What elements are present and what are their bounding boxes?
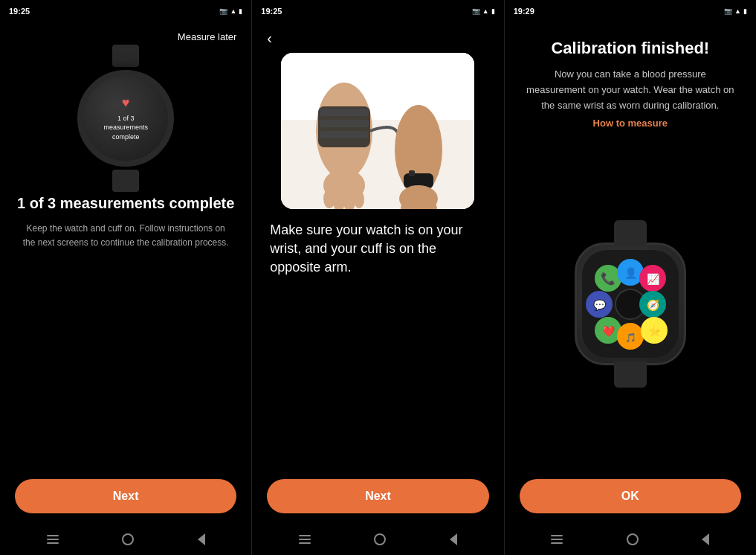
svg-text:👤: 👤 xyxy=(624,267,637,280)
wifi-icon-1: ▲ xyxy=(230,7,236,15)
svg-rect-6 xyxy=(320,131,369,138)
nav-lines-icon-3 xyxy=(551,535,563,544)
nav-home-icon-2[interactable] xyxy=(374,533,386,545)
screen3-ok-button[interactable]: OK xyxy=(520,479,741,513)
nav-line-3 xyxy=(47,542,59,544)
svg-text:📞: 📞 xyxy=(601,272,616,286)
screen3-title: Calibration finished! xyxy=(551,39,709,58)
status-icons-3: 📷 ▲ ▮ xyxy=(724,7,747,15)
smartwatch-body: 📞 👤 📈 💬 🧭 xyxy=(575,243,686,365)
screen3-body-text: Now you can take a blood pressure measur… xyxy=(520,67,741,113)
screen2-instruction-text: Make sure your watch is on your wrist, a… xyxy=(267,221,488,278)
status-time-1: 19:25 xyxy=(9,7,30,16)
screens-container: 19:25 📷 ▲ ▮ Measure later ♥ 1 of 3measur… xyxy=(0,0,756,555)
screen2-content: ‹ xyxy=(252,21,503,525)
svg-text:📈: 📈 xyxy=(646,273,659,286)
battery-icon-3: ▮ xyxy=(743,7,747,15)
svg-rect-5 xyxy=(320,120,369,127)
status-time-2: 19:25 xyxy=(261,7,282,16)
status-bar-3: 19:29 📷 ▲ ▮ xyxy=(505,0,756,21)
battery-icon-1: ▮ xyxy=(239,7,242,15)
screen1-next-button[interactable]: Next xyxy=(15,479,236,513)
svg-point-15 xyxy=(354,190,364,208)
status-icons-2: 📷 ▲ ▮ xyxy=(472,7,495,15)
nav-lines-icon-1 xyxy=(47,535,59,544)
wifi-icon-2: ▲ xyxy=(482,7,489,15)
nav-line-8 xyxy=(551,539,563,540)
screen1-btn-area: Next xyxy=(15,470,236,519)
watch-band-top xyxy=(112,45,139,67)
status-time-3: 19:29 xyxy=(514,7,534,16)
watch-progress-text: 1 of 3measurementscomplete xyxy=(103,114,148,142)
battery-icon-2: ▮ xyxy=(491,7,495,15)
screen3-btn-area: OK xyxy=(520,470,741,519)
notification-icon-1: 📷 xyxy=(219,7,227,15)
nav-back-icon-3[interactable] xyxy=(702,533,709,545)
nav-home-icon-1[interactable] xyxy=(122,533,134,545)
svg-rect-9 xyxy=(409,170,415,176)
screen1-subtitle: Keep the watch and cuff on. Follow instr… xyxy=(15,222,236,250)
bottom-nav-1 xyxy=(0,525,251,555)
smartwatch-band-top xyxy=(614,220,647,246)
watch-band-bottom xyxy=(112,170,139,192)
screen-1: 19:25 📷 ▲ ▮ Measure later ♥ 1 of 3measur… xyxy=(0,0,252,555)
notification-icon-2: 📷 xyxy=(472,7,480,15)
smartwatch-screen: 📞 👤 📈 💬 🧭 xyxy=(582,250,679,358)
svg-text:🧭: 🧭 xyxy=(646,299,659,312)
arm-instruction-image xyxy=(281,53,474,209)
screen2-back-button[interactable]: ‹ xyxy=(267,27,272,53)
svg-text:🎵: 🎵 xyxy=(624,332,636,343)
bottom-nav-2 xyxy=(252,525,503,555)
wifi-icon-3: ▲ xyxy=(734,7,741,15)
measure-later-button[interactable]: Measure later xyxy=(178,31,236,42)
svg-text:❤️: ❤️ xyxy=(601,325,615,338)
nav-lines-icon-2 xyxy=(299,535,311,544)
screen3-content: Calibration finished! Now you can take a… xyxy=(505,21,756,525)
watch-circle: ♥ 1 of 3measurementscomplete xyxy=(77,70,174,167)
svg-rect-1 xyxy=(281,53,474,120)
nav-home-icon-3[interactable] xyxy=(627,533,639,545)
svg-text:⭐: ⭐ xyxy=(647,325,661,338)
screen-2: 19:25 📷 ▲ ▮ ‹ xyxy=(252,0,504,555)
smartwatch-container: 📞 👤 📈 💬 🧭 xyxy=(575,138,686,470)
nav-line-7 xyxy=(551,535,563,536)
svg-rect-4 xyxy=(320,109,369,116)
smartwatch-band-bottom xyxy=(614,362,647,388)
screen2-next-button[interactable]: Next xyxy=(267,479,488,513)
nav-line-6 xyxy=(299,542,311,544)
bottom-nav-3 xyxy=(505,525,756,555)
heart-icon: ♥ xyxy=(122,95,130,111)
status-bar-2: 19:25 📷 ▲ ▮ xyxy=(252,0,503,21)
watch-illustration-container: ♥ 1 of 3measurementscomplete xyxy=(77,55,174,182)
screen-3: 19:29 📷 ▲ ▮ Calibration finished! Now yo… xyxy=(505,0,756,555)
nav-line-1 xyxy=(47,535,59,536)
screen1-content: Measure later ♥ 1 of 3measurementscomple… xyxy=(0,21,251,525)
notification-icon-3: 📷 xyxy=(724,7,732,15)
screen2-btn-area: Next xyxy=(267,470,488,519)
nav-line-4 xyxy=(299,535,311,536)
nav-line-2 xyxy=(47,539,59,540)
nav-back-icon-1[interactable] xyxy=(198,533,205,545)
nav-back-icon-2[interactable] xyxy=(450,533,457,545)
screen1-title: 1 of 3 measurements complete xyxy=(17,193,234,213)
status-icons-1: 📷 ▲ ▮ xyxy=(219,7,242,15)
nav-line-9 xyxy=(551,542,563,544)
svg-text:💬: 💬 xyxy=(592,299,606,312)
nav-line-5 xyxy=(299,539,311,540)
how-to-measure-link[interactable]: How to measure xyxy=(593,118,668,129)
status-bar-1: 19:25 📷 ▲ ▮ xyxy=(0,0,251,21)
